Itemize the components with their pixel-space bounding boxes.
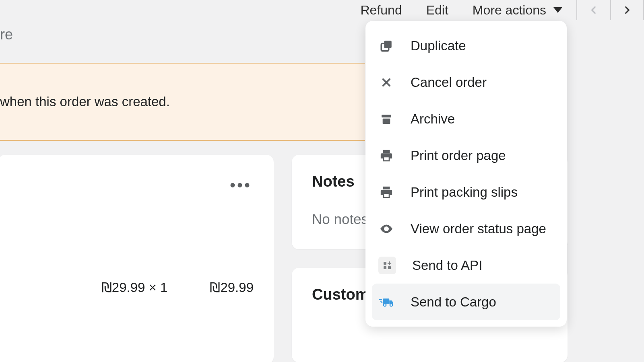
svg-rect-18	[380, 300, 382, 301]
warning-banner: when this order was created.	[0, 63, 365, 141]
menu-print-order-page[interactable]: Print order page	[372, 137, 560, 174]
store-label-fragment: tore	[0, 26, 13, 43]
svg-rect-0	[384, 41, 391, 48]
line-item-unit-price-qty: ₪29.99 × 1	[101, 280, 168, 295]
svg-rect-8	[383, 186, 390, 189]
svg-rect-4	[382, 115, 391, 117]
truck-icon	[378, 294, 394, 310]
close-icon	[378, 74, 394, 90]
svg-rect-19	[381, 302, 382, 303]
menu-duplicate-label: Duplicate	[411, 38, 466, 53]
svg-rect-9	[384, 194, 388, 197]
eye-icon	[378, 221, 394, 237]
svg-point-15	[384, 304, 386, 306]
menu-print-order-label: Print order page	[411, 148, 506, 163]
svg-rect-11	[384, 262, 386, 265]
edit-button[interactable]: Edit	[426, 3, 448, 18]
svg-rect-7	[384, 157, 388, 160]
menu-cancel-order[interactable]: Cancel order	[372, 64, 560, 101]
menu-cancel-label: Cancel order	[411, 75, 487, 90]
more-actions-button[interactable]: More actions	[473, 3, 562, 18]
svg-rect-14	[383, 298, 389, 304]
menu-send-cargo-label: Send to Cargo	[411, 294, 496, 310]
line-item-row: ₪29.99 × 1 ₪29.99	[0, 280, 254, 295]
svg-point-16	[390, 304, 392, 306]
printer-icon	[378, 148, 394, 164]
more-actions-dropdown: Duplicate Cancel order Archive Print ord…	[365, 21, 567, 327]
menu-print-packing-label: Print packing slips	[411, 185, 518, 200]
prev-order-button[interactable]	[577, 0, 610, 20]
svg-rect-6	[383, 150, 390, 152]
svg-rect-5	[383, 118, 390, 123]
card-overflow-button[interactable]: •••	[230, 177, 252, 193]
topbar: Refund Edit More actions	[0, 0, 644, 20]
menu-send-api-label: Send to API	[412, 258, 482, 273]
api-icon	[378, 257, 396, 274]
svg-rect-12	[384, 266, 386, 269]
menu-archive-label: Archive	[411, 111, 455, 127]
archive-icon	[378, 111, 394, 127]
top-actions-group: Refund Edit More actions	[360, 3, 562, 18]
menu-archive[interactable]: Archive	[372, 101, 560, 137]
line-item-total: ₪29.99	[210, 280, 254, 295]
caret-down-icon	[553, 7, 562, 13]
next-order-button[interactable]	[610, 0, 643, 20]
refund-button[interactable]: Refund	[360, 3, 402, 18]
pagination-arrows	[576, 0, 644, 20]
svg-rect-17	[379, 299, 382, 300]
more-actions-label: More actions	[473, 3, 546, 18]
line-items-card: ••• ₪29.99 × 1 ₪29.99	[0, 155, 274, 362]
menu-view-status-label: View order status page	[411, 221, 546, 237]
svg-rect-13	[388, 266, 391, 269]
duplicate-icon	[378, 38, 394, 54]
menu-print-packing-slips[interactable]: Print packing slips	[372, 174, 560, 210]
warning-text: when this order was created.	[0, 94, 170, 109]
menu-view-order-status[interactable]: View order status page	[372, 210, 560, 247]
menu-send-to-api[interactable]: Send to API	[372, 247, 560, 284]
menu-send-to-cargo[interactable]: Send to Cargo	[372, 284, 560, 320]
menu-duplicate[interactable]: Duplicate	[372, 27, 560, 64]
svg-point-10	[385, 228, 388, 230]
printer-icon	[378, 184, 394, 200]
